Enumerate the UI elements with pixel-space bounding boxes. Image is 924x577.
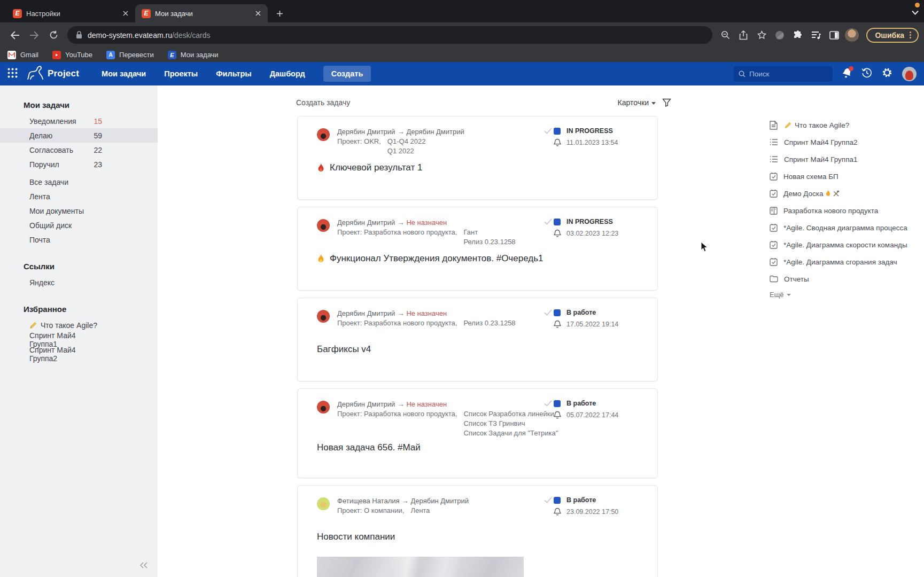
card-assignee[interactable]: Не назначен <box>406 309 447 317</box>
project-name[interactable]: Разработка нового продукта, <box>364 410 457 418</box>
bookmark-gmail[interactable]: Gmail <box>7 51 38 59</box>
bookmark-star-icon[interactable] <box>754 28 769 43</box>
browser-menu-icon[interactable] <box>907 32 913 38</box>
user-avatar[interactable] <box>902 67 917 81</box>
sidebar-item-approve[interactable]: Согласовать 22 <box>0 143 158 157</box>
right-link-sprint-group1[interactable]: Спринт Май4 Группа1 <box>770 151 921 168</box>
check-icon[interactable] <box>544 128 552 134</box>
sidebar-item-notifications[interactable]: Уведомления 15 <box>0 114 158 128</box>
reminder-bell-icon[interactable] <box>554 411 561 419</box>
card-title[interactable]: Новая задача 656. #Май <box>317 442 421 453</box>
sidebar-item-doing[interactable]: Делаю 59 <box>0 128 158 143</box>
card-title[interactable]: Функционал Утверждения документов. #Очер… <box>317 253 543 264</box>
tab-search-button[interactable] <box>912 7 919 17</box>
sidebar-item-my-documents[interactable]: Мои документы <box>0 204 158 218</box>
right-link-what-is-agile[interactable]: Что такое Agile? <box>770 116 921 134</box>
task-card[interactable]: Фетищева Наталия→Дерябин Дмитрий Проект:… <box>297 485 658 577</box>
collapse-sidebar-icon[interactable] <box>136 560 151 571</box>
sidebar-item-all-tasks[interactable]: Все задачи <box>0 175 158 189</box>
task-card[interactable]: Дерябин Дмитрий→Не назначен Проект: Разр… <box>297 207 658 291</box>
history-icon[interactable] <box>861 67 872 80</box>
nav-my-tasks[interactable]: Мои задачи <box>102 69 146 78</box>
bookmark-youtube[interactable]: YouTube <box>52 51 92 59</box>
right-link-demo-board[interactable]: Демо Доска <box>770 185 921 202</box>
card-author[interactable]: Фетищева Наталия <box>337 497 400 505</box>
status-label[interactable]: IN PROGRESS <box>566 127 618 135</box>
tag[interactable]: Релиз 0.23.1258 <box>463 237 515 247</box>
tag[interactable]: Q1-Q4 2022 <box>387 137 426 146</box>
status-label[interactable]: В работе <box>566 400 618 407</box>
status-label[interactable]: IN PROGRESS <box>566 218 618 225</box>
reminder-bell-icon[interactable] <box>554 138 561 146</box>
card-author[interactable]: Дерябин Дмитрий <box>337 219 395 227</box>
project-name[interactable]: Разработка нового продукта, <box>364 319 457 327</box>
view-selector-dropdown[interactable]: Карточки <box>618 98 656 107</box>
project-name[interactable]: OKR, <box>364 137 381 145</box>
reload-icon[interactable] <box>45 27 61 43</box>
new-tab-button[interactable] <box>272 6 287 21</box>
status-label[interactable]: В работе <box>566 309 618 316</box>
card-assignee[interactable]: Не назначен <box>406 400 447 408</box>
zoom-icon[interactable] <box>718 28 733 43</box>
tag[interactable]: Релиз 0.23.1258 <box>463 318 515 328</box>
right-link-new-bp-schema[interactable]: Новая схема БП <box>770 168 921 185</box>
task-card[interactable]: Дерябин Дмитрий→Не назначен Проект: Разр… <box>297 388 658 478</box>
reminder-bell-icon[interactable] <box>554 229 561 237</box>
create-task-link[interactable]: Создать задачу <box>296 98 350 107</box>
right-link-new-product-dev[interactable]: Разработка нового продукта <box>770 202 921 219</box>
task-card[interactable]: Дерябин Дмитрий→Дерябин Дмитрий Проект: … <box>297 116 658 200</box>
sidebar-item-shared-disk[interactable]: Общий диск <box>0 218 158 232</box>
card-author[interactable]: Дерябин Дмитрий <box>337 128 395 136</box>
card-assignee[interactable]: Дерябин Дмитрий <box>406 128 464 136</box>
card-author[interactable]: Дерябин Дмитрий <box>337 309 395 317</box>
check-icon[interactable] <box>544 497 552 503</box>
card-title[interactable]: Ключевой результат 1 <box>317 162 422 173</box>
reminder-bell-icon[interactable] <box>554 320 561 328</box>
status-label[interactable]: В работе <box>566 496 618 504</box>
card-attachment-image[interactable] <box>317 557 524 577</box>
project-name[interactable]: О компании, <box>364 506 404 514</box>
global-search[interactable] <box>734 66 833 82</box>
extension-disabled-icon[interactable] <box>772 28 787 43</box>
filter-funnel-icon[interactable] <box>662 98 671 107</box>
sidebar-item-feed[interactable]: Лента <box>0 189 158 204</box>
right-link-agile-burndown-diagram[interactable]: *Agile. Диаграмма сгорания задач <box>770 253 921 270</box>
nav-projects[interactable]: Проекты <box>164 69 198 78</box>
side-panel-icon[interactable] <box>827 28 842 43</box>
browser-tab-my-tasks[interactable]: E Мои задачи <box>135 4 268 22</box>
project-name[interactable]: Разработка нового продукта, <box>364 228 457 236</box>
sidebar-fav-sprint-group2[interactable]: Спринт Май4 Группа2 <box>0 347 158 361</box>
right-link-sprint-group2[interactable]: Спринт Май4 Группа2 <box>770 134 921 151</box>
create-button[interactable]: Создать <box>323 66 371 82</box>
tag[interactable]: Список ТЗ Гринвич <box>463 419 558 428</box>
apps-grid-icon[interactable] <box>7 68 18 80</box>
reminder-bell-icon[interactable] <box>554 508 561 516</box>
sidebar-item-assigned[interactable]: Поручил 23 <box>0 157 158 171</box>
tag[interactable]: Гант <box>463 228 515 237</box>
back-icon[interactable] <box>7 27 23 43</box>
check-icon[interactable] <box>544 309 552 316</box>
card-assignee[interactable]: Не назначен <box>406 219 447 227</box>
bookmark-my-tasks[interactable]: E Мои задачи <box>168 51 219 59</box>
tab-close-icon[interactable] <box>121 9 130 18</box>
share-icon[interactable] <box>736 28 751 43</box>
card-assignee[interactable]: Дерябин Дмитрий <box>411 497 469 505</box>
browser-profile-avatar[interactable] <box>845 28 859 42</box>
right-link-reports[interactable]: Отчеты <box>770 270 921 287</box>
task-card[interactable]: Дерябин Дмитрий→Не назначен Проект: Разр… <box>297 298 658 381</box>
right-link-agile-velocity-diagram[interactable]: *Agile. Диаграмма скорости команды <box>770 236 921 253</box>
nav-filters[interactable]: Фильтры <box>216 69 251 78</box>
tag[interactable]: Список Задачи для "Тетрика" <box>463 428 558 438</box>
error-menu-button[interactable]: Ошибка <box>866 28 919 43</box>
bookmark-translate[interactable]: A Перевести <box>106 51 154 59</box>
nav-dashboard[interactable]: Дашборд <box>270 69 305 78</box>
right-link-agile-process-diagram[interactable]: *Agile. Сводная диаграмма процесса <box>770 219 921 236</box>
check-icon[interactable] <box>544 400 552 407</box>
settings-gear-icon[interactable] <box>882 67 892 80</box>
card-author[interactable]: Дерябин Дмитрий <box>337 400 395 408</box>
media-controls-icon[interactable] <box>809 28 824 43</box>
tag[interactable]: Q1 2022 <box>387 146 426 156</box>
card-title[interactable]: Багфиксы v4 <box>317 344 371 355</box>
address-bar[interactable]: demo-system.evateam.ru/desk/cards <box>67 26 712 44</box>
check-icon[interactable] <box>544 219 552 225</box>
